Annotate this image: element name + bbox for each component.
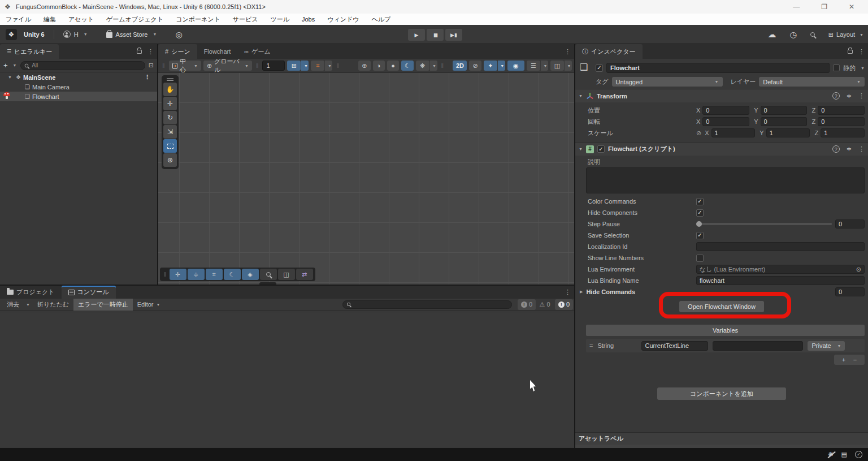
foldout-icon[interactable]: ▼: [579, 94, 583, 98]
camera-dropdown-icon[interactable]: ▼: [565, 61, 572, 71]
scale-y-input[interactable]: [766, 128, 810, 137]
constrain-proportions-icon[interactable]: ⊘: [696, 130, 701, 137]
foldout-icon[interactable]: ▼: [579, 147, 583, 151]
tab-scene[interactable]: # シーン: [158, 44, 197, 59]
object-picker-icon[interactable]: ⊙: [856, 266, 861, 273]
shaded-wireframe-mode-button[interactable]: ◑: [373, 61, 385, 71]
tab-console[interactable]: コンソール: [62, 286, 116, 299]
overlay-orientation-toggle[interactable]: ◈: [242, 269, 259, 280]
console-search[interactable]: [342, 300, 512, 309]
variable-value-input[interactable]: [713, 341, 803, 351]
add-variable-button[interactable]: +: [842, 356, 845, 363]
save-selection-checkbox[interactable]: ✓: [696, 232, 704, 239]
scene-viewport[interactable]: ✋ ✛ ↻ ⇲ ⊛ ‖ ✛ ≑ ⌗ ☾ ◈ ◫ ⇄: [158, 73, 574, 285]
menu-tools[interactable]: ツール: [270, 15, 289, 24]
editor-dropdown[interactable]: Editor ▼: [133, 299, 165, 311]
warning-count-toggle[interactable]: ⚠ 0: [536, 299, 554, 310]
menu-window[interactable]: ウィンドウ: [327, 15, 359, 24]
overlay-grid-snap-toggle[interactable]: ⌗: [206, 269, 223, 280]
clear-dropdown-icon[interactable]: ▼: [21, 299, 33, 311]
overlay-cameras-toggle[interactable]: ◫: [278, 269, 295, 280]
menu-file[interactable]: ファイル: [6, 15, 31, 24]
menu-gameobject[interactable]: ゲームオブジェクト: [106, 15, 163, 24]
visibility-eye-toggle[interactable]: ◉: [507, 61, 524, 71]
history-icon[interactable]: ◷: [790, 30, 797, 39]
clear-button[interactable]: 消去: [2, 299, 21, 311]
help-icon[interactable]: ?: [832, 92, 840, 100]
add-object-button[interactable]: +: [3, 61, 8, 70]
kebab-menu-icon[interactable]: ⋮: [147, 48, 154, 55]
tab-project[interactable]: プロジェクト: [0, 286, 62, 299]
debug-dropdown-icon[interactable]: ▼: [430, 61, 437, 71]
debug-bug-button[interactable]: ❋: [416, 61, 429, 71]
account-dropdown-icon[interactable]: ▼: [84, 32, 88, 36]
menu-jobs[interactable]: Jobs: [302, 16, 315, 23]
overlay-drag-handle[interactable]: [163, 77, 177, 81]
snap-increment-toggle[interactable]: ⌗: [311, 61, 324, 71]
lighting-off-toggle[interactable]: ⊘: [469, 61, 481, 71]
kebab-menu-icon[interactable]: ⋮: [565, 48, 571, 55]
tab-inspector[interactable]: ⓘ インスペクター: [575, 44, 643, 59]
variable-scope-dropdown[interactable]: Private ▼: [808, 341, 845, 351]
overlay-tool-settings-toggle[interactable]: ≑: [188, 269, 205, 280]
layers-button[interactable]: ☰: [527, 61, 540, 71]
remove-variable-button[interactable]: −: [853, 356, 857, 363]
static-dropdown-icon[interactable]: ▼: [861, 66, 865, 70]
grid-snap-dropdown-icon[interactable]: ▼: [301, 61, 309, 71]
description-textarea[interactable]: [586, 167, 865, 193]
console-search-input[interactable]: [353, 300, 508, 309]
cloud-icon[interactable]: ☁: [768, 29, 776, 40]
scale-x-input[interactable]: [711, 128, 756, 137]
space-dropdown[interactable]: ⊕ グローバル ▼: [203, 61, 252, 71]
drag-handle-icon[interactable]: =: [589, 342, 593, 349]
collapse-toggle[interactable]: 折りたたむ: [33, 299, 73, 311]
play-button[interactable]: ▶: [408, 29, 425, 41]
tag-dropdown[interactable]: Untagged ▼: [612, 77, 723, 87]
grid-snap-toggle[interactable]: ⊞: [287, 61, 301, 71]
hide-commands-input[interactable]: [835, 287, 865, 296]
hand-tool-button[interactable]: ✋: [163, 83, 177, 96]
effects-dropdown-icon[interactable]: ▼: [498, 61, 505, 71]
lua-binding-name-input[interactable]: [696, 276, 865, 285]
rotation-y-input[interactable]: [761, 117, 808, 126]
divider[interactable]: [157, 44, 158, 285]
static-checkbox[interactable]: [833, 64, 840, 71]
account-button[interactable]: H: [74, 31, 79, 38]
hierarchy-row-mainscene[interactable]: ▼ ❖ MainScene ⋮: [0, 72, 157, 82]
variables-header[interactable]: Variables: [586, 325, 865, 336]
hierarchy-search-input[interactable]: [31, 62, 141, 69]
color-commands-checkbox[interactable]: ✓: [696, 198, 704, 205]
tab-hierarchy[interactable]: ☰ ヒエラルキー: [0, 44, 59, 59]
active-checkbox[interactable]: ✓: [596, 64, 603, 72]
variable-key-input[interactable]: [641, 341, 708, 351]
menu-assets[interactable]: アセット: [68, 15, 94, 24]
gameobject-name-input[interactable]: [606, 63, 830, 73]
flowchart-component-header[interactable]: ▼ # ✓ Flowchart (スクリプト) ? ≑ ⋮: [575, 142, 868, 156]
transform-header[interactable]: ▼ Transform ? ≑ ⋮: [575, 89, 868, 102]
open-flowchart-window-button[interactable]: Open Flowchart Window: [679, 301, 764, 312]
rect-tool-button[interactable]: [163, 139, 177, 153]
asset-store-button[interactable]: Asset Store: [116, 31, 148, 38]
scene-lighting-toggle[interactable]: ☾: [401, 61, 413, 71]
kebab-menu-icon[interactable]: ⋮: [858, 48, 865, 55]
snap-increment-dropdown-icon[interactable]: ▼: [325, 61, 332, 71]
scale-z-input[interactable]: [821, 128, 865, 137]
activity-check-icon[interactable]: ✓: [855, 451, 862, 458]
rotate-tool-button[interactable]: ↻: [163, 111, 177, 124]
debugger-disabled-icon[interactable]: ❋: [828, 451, 833, 458]
menu-services[interactable]: サービス: [233, 15, 258, 24]
error-pause-toggle[interactable]: エラーで一時停止: [73, 299, 133, 311]
console-log-area[interactable]: [0, 313, 574, 447]
shaded-mode-button[interactable]: ●: [387, 61, 399, 71]
kebab-menu-icon[interactable]: ⋮: [858, 145, 865, 153]
add-object-dropdown-icon[interactable]: ▼: [13, 63, 17, 67]
services-icon[interactable]: ◎: [175, 30, 182, 39]
wireframe-mode-button[interactable]: ⊕: [358, 61, 370, 71]
scene-picker-icon[interactable]: ⊡: [149, 62, 154, 69]
position-x-input[interactable]: [702, 106, 749, 115]
position-z-input[interactable]: [818, 106, 865, 115]
layout-dropdown[interactable]: ⊞ Layout ▼: [828, 31, 863, 38]
add-component-button[interactable]: コンポーネントを追加: [657, 387, 786, 400]
tab-game[interactable]: ∞ ゲーム: [237, 44, 277, 59]
presets-icon[interactable]: ≑: [847, 145, 852, 153]
